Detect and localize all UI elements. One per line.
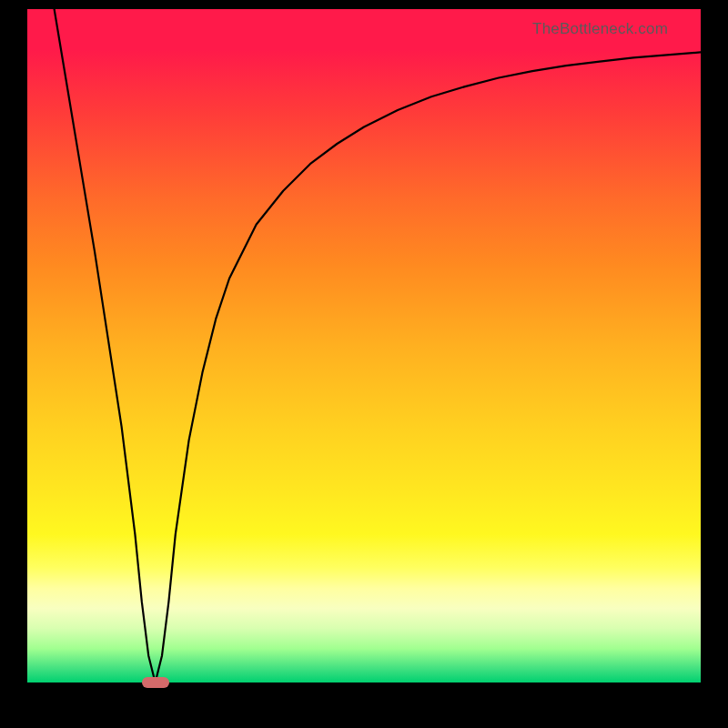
watermark-label: TheBottleneck.com <box>532 20 668 38</box>
plot-area: TheBottleneck.com <box>27 9 701 682</box>
curve-path <box>55 9 701 682</box>
bottleneck-curve <box>27 9 701 682</box>
minimum-marker <box>142 677 169 688</box>
chart-frame: TheBottleneck.com <box>0 0 728 728</box>
